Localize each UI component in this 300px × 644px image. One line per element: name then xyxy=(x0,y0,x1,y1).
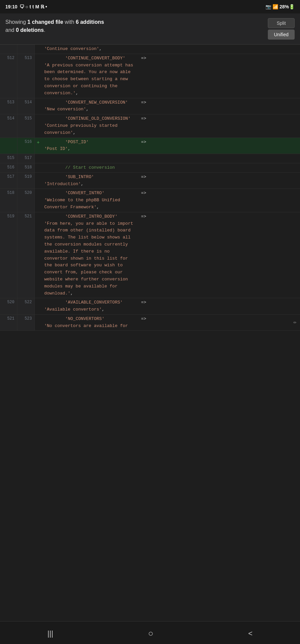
line-num-left: 521 xyxy=(0,315,17,331)
header-part3: and xyxy=(5,27,16,33)
diff-sign xyxy=(35,298,42,314)
header-part4: . xyxy=(44,27,45,33)
line-num-left: 520 xyxy=(0,298,17,314)
line-num-left: 519 xyxy=(0,212,17,298)
header-bold2: 6 additions xyxy=(76,19,104,25)
line-num-right: 518 xyxy=(17,163,35,172)
header-bold1: 1 changed file xyxy=(27,19,63,25)
status-right: 📷 📶 28%🔋 xyxy=(265,4,295,9)
nav-menu-button[interactable]: ||| xyxy=(40,627,61,641)
line-num-right: 516 xyxy=(17,138,35,154)
line-num-left: 515 xyxy=(0,154,17,163)
status-battery-icons: 📷 📶 28%🔋 xyxy=(265,4,295,9)
diff-code: 'CONVERT_INTRO_BODY' => 'From here, you … xyxy=(42,212,300,298)
line-num-right: 521 xyxy=(17,212,35,298)
line-num-right: 513 xyxy=(17,54,35,98)
diff-code: 'CONVERT_INTRO' => 'Welcome to the phpBB… xyxy=(42,189,300,212)
diff-sign xyxy=(35,212,42,298)
line-num-right: 517 xyxy=(17,154,35,163)
diff-code xyxy=(42,154,300,163)
unified-button[interactable]: Unified xyxy=(268,30,295,40)
line-num-left: 517 xyxy=(0,173,17,189)
diff-row: 512 513 'CONTINUE_CONVERT_BODY' => 'A pr… xyxy=(0,54,300,98)
status-time: 19:10 xyxy=(5,4,17,9)
line-num-left: 512 xyxy=(0,54,17,98)
diff-row: 519 521 'CONVERT_INTRO_BODY' => 'From he… xyxy=(0,212,300,299)
diff-sign xyxy=(35,154,42,163)
line-num-left: 516 xyxy=(0,163,17,172)
line-num-right: 514 xyxy=(17,98,35,114)
line-num-left: 513 xyxy=(0,98,17,114)
diff-sign xyxy=(35,98,42,114)
line-num-right: 520 xyxy=(17,189,35,212)
diff-sign xyxy=(35,189,42,212)
home-icon: ○ xyxy=(148,628,154,639)
diff-sign xyxy=(35,173,42,189)
diff-code: 'Continue conversion', xyxy=(42,45,300,54)
header: Showing 1 changed file with 6 additions … xyxy=(0,13,300,45)
line-num-left: 514 xyxy=(0,114,17,137)
diff-code: 'SUB_INTRO' => 'Introduction', xyxy=(42,173,300,189)
nav-home-button[interactable]: ○ xyxy=(140,626,162,641)
diff-sign xyxy=(35,114,42,137)
edit-pencil-icon[interactable]: ✏ xyxy=(293,319,297,325)
diff-code-added: 'POST_ID' => 'Post ID', xyxy=(42,138,300,154)
line-num-right: 519 xyxy=(17,173,35,189)
diff-sign xyxy=(35,54,42,98)
diff-row: 520 522 'AVAILABLE_CONVERTORS' => 'Avail… xyxy=(0,298,300,315)
diff-row: 515 517 xyxy=(0,154,300,163)
diff-row: 513 514 'CONVERT_NEW_CONVERSION' => 'New… xyxy=(0,98,300,115)
diff-code: 'CONVERT_NEW_CONVERSION' => 'New convers… xyxy=(42,98,300,114)
diff-row: 517 519 'SUB_INTRO' => 'Introduction', xyxy=(0,173,300,189)
line-num-left xyxy=(0,45,17,54)
diff-code: 'CONTINUE_OLD_CONVERSION' => 'Continue p… xyxy=(42,114,300,137)
diff-row: 521 523 'NO_CONVERTORS' => 'No convertor… xyxy=(0,315,300,331)
diff-row: 516 518 // Start conversion xyxy=(0,163,300,173)
diff-code: 'CONTINUE_CONVERT_BODY' => 'A previous c… xyxy=(42,54,300,98)
diff-row: 514 515 'CONTINUE_OLD_CONVERSION' => 'Co… xyxy=(0,114,300,138)
diff-code: 'AVAILABLE_CONVERTORS' => 'Available con… xyxy=(42,298,300,314)
nav-bar: ||| ○ < xyxy=(0,621,300,644)
diff-row: 518 520 'CONVERT_INTRO' => 'Welcome to t… xyxy=(0,189,300,212)
back-icon: < xyxy=(248,629,253,638)
split-button[interactable]: Split xyxy=(268,18,295,28)
view-toggle: Split Unified xyxy=(268,18,295,40)
diff-sign xyxy=(35,163,42,172)
diff-code: // Start conversion xyxy=(42,163,300,172)
diff-sign xyxy=(35,45,42,54)
line-num-right: 522 xyxy=(17,298,35,314)
header-summary: Showing 1 changed file with 6 additions … xyxy=(5,18,104,34)
header-part2: with xyxy=(63,19,76,25)
diff-container: 'Continue conversion', 512 513 'CONTINUE… xyxy=(0,45,300,621)
line-num-left: 518 xyxy=(0,189,17,212)
menu-icon: ||| xyxy=(48,629,53,638)
line-num-right: 523 xyxy=(17,315,35,331)
diff-code: 'NO_CONVERTORS' => 'No convertors are av… xyxy=(42,315,300,331)
header-part1: Showing xyxy=(5,19,27,25)
status-left: 19:10 🗨 ○ t t M ℝ • xyxy=(5,4,47,9)
header-bold3: 0 deletions xyxy=(16,27,44,33)
nav-back-button[interactable]: < xyxy=(240,627,261,641)
diff-sign-added: + xyxy=(35,138,42,154)
status-bar: 19:10 🗨 ○ t t M ℝ • 📷 📶 28%🔋 xyxy=(0,0,300,13)
line-num-left xyxy=(0,138,17,154)
diff-row-added: 516 + 'POST_ID' => 'Post ID', xyxy=(0,138,300,154)
line-num-right xyxy=(17,45,35,54)
line-num-right: 515 xyxy=(17,114,35,137)
diff-row: 'Continue conversion', xyxy=(0,45,300,54)
diff-sign xyxy=(35,315,42,331)
status-icons: 🗨 ○ t t M ℝ • xyxy=(19,4,47,9)
